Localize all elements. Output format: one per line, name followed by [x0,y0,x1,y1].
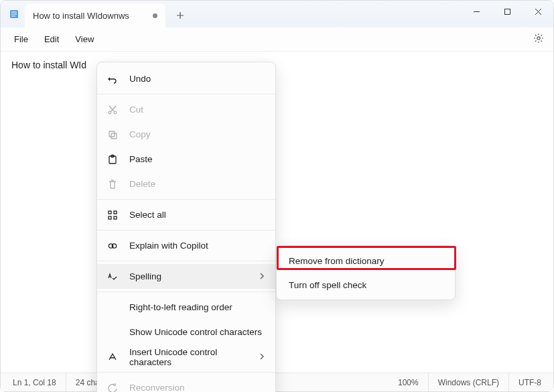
chevron-right-icon [259,352,266,362]
ctx-paste[interactable]: Paste [97,147,275,172]
spelling-icon [107,271,119,283]
context-menu: Undo Cut Copy Paste Delete Select all Ex… [96,62,276,392]
menu-edit[interactable]: Edit [36,30,67,48]
status-position[interactable]: Ln 1, Col 18 [3,373,66,391]
ctx-insert-unicode[interactable]: Insert Unicode control characters [97,344,275,369]
svg-rect-8 [109,131,115,137]
svg-rect-13 [114,211,117,214]
close-button[interactable] [523,1,553,22]
svg-point-5 [537,37,540,40]
document-text: How to install WId [11,60,86,70]
ctx-rtl[interactable]: Right-to-left reading order [97,295,275,320]
menu-view[interactable]: View [67,30,102,48]
copy-icon [107,129,119,141]
svg-point-7 [114,111,117,114]
svg-rect-14 [109,216,111,219]
svg-rect-9 [111,133,117,139]
notepad-window: How to install WIdownws File Edit View H… [0,0,554,392]
svg-rect-15 [114,216,117,219]
select-all-icon [107,209,119,221]
ctx-spelling[interactable]: Spelling [97,264,275,289]
statusbar: Ln 1, Col 18 24 characters 100% Windows … [1,373,553,391]
svg-rect-4 [504,9,510,14]
ctx-select-all[interactable]: Select all [97,202,275,227]
menubar: File Edit View [1,27,553,52]
settings-button[interactable] [529,29,548,50]
tab-title: How to install WIdownws [33,11,129,21]
ctx-show-unicode[interactable]: Show Unicode control characters [97,320,275,344]
window-controls [461,1,553,22]
ctx-copilot[interactable]: Explain with Copilot [97,233,275,258]
status-eol[interactable]: Windows (CRLF) [429,373,509,391]
app-icon [9,9,19,19]
status-zoom[interactable]: 100% [389,373,429,391]
insert-unicode-icon [107,351,119,363]
sub-remove-dictionary[interactable]: Remove from dictionary [277,249,455,273]
copilot-icon [107,240,119,252]
svg-rect-12 [109,211,111,214]
ctx-copy: Copy [97,122,275,147]
titlebar: How to install WIdownws [1,1,553,27]
cut-icon [107,104,119,116]
tab-active[interactable]: How to install WIdownws [25,3,165,27]
new-tab-button[interactable] [169,5,191,26]
status-encoding[interactable]: UTF-8 [509,373,551,391]
minimize-button[interactable] [461,1,492,22]
text-editor[interactable]: How to install WId [1,52,553,373]
menu-file[interactable]: File [6,30,36,48]
spelling-submenu: Remove from dictionary Turn off spell ch… [276,245,456,300]
modified-dot-icon [153,13,157,18]
delete-icon [107,178,119,190]
paste-icon [107,153,119,166]
ctx-delete: Delete [97,172,275,196]
ctx-reconversion: Reconversion [97,375,275,392]
sub-turn-off-spellcheck[interactable]: Turn off spell check [277,273,455,297]
ctx-cut: Cut [97,97,275,122]
chevron-right-icon [259,271,266,281]
svg-point-6 [109,111,111,114]
undo-icon [107,73,119,85]
ctx-undo[interactable]: Undo [97,66,275,91]
reconversion-icon [107,382,119,393]
maximize-button[interactable] [492,1,523,22]
